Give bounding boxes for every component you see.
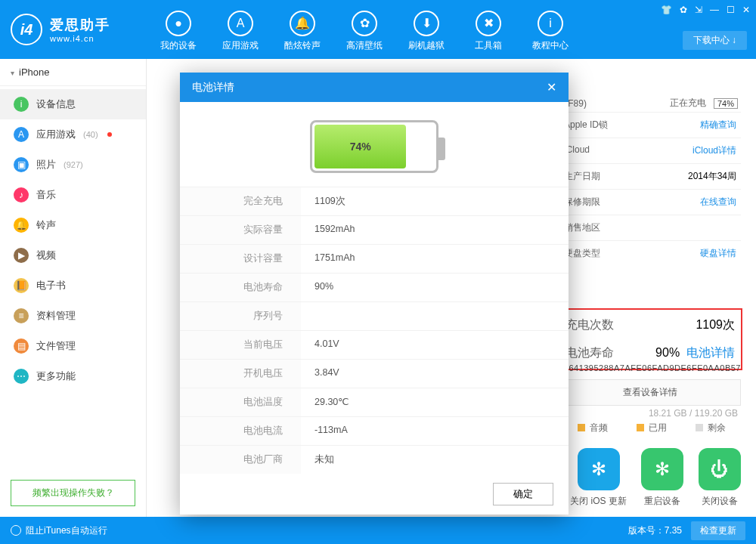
sidebar-icon-8: ▤ xyxy=(14,338,29,354)
resize-icon[interactable]: ⇲ xyxy=(695,5,702,15)
sidebar-icon-4: 🔔 xyxy=(14,218,29,233)
device-selector[interactable]: iPhone xyxy=(0,59,146,86)
help-link[interactable]: 频繁出现操作失败？ xyxy=(11,480,135,506)
action-6[interactable]: ⏻关闭设备 xyxy=(699,448,741,508)
modal-row-7: 电池温度 29.30℃ xyxy=(180,388,569,416)
sidebar-item-7[interactable]: ≡ 资料管理 xyxy=(0,301,146,331)
close-icon[interactable]: ✕ xyxy=(742,5,750,15)
info-row-0: Apple ID锁 精确查询 xyxy=(559,112,741,138)
modal-row-3: 电池寿命 90% xyxy=(180,273,569,301)
sidebar-item-6[interactable]: 📙 电子书 xyxy=(0,270,146,301)
app-header: i4 爱思助手 www.i4.cn ●我的设备A应用游戏🔔酷炫铃声✿高清壁纸⬇刷… xyxy=(0,0,756,59)
battery-highlight-box: 充电次数 1109次 电池寿命 90% 电池详情 xyxy=(558,308,742,370)
action-4[interactable]: ✻关闭 iOS 更新 xyxy=(570,448,627,508)
sidebar-item-9[interactable]: ⋯ 更多功能 xyxy=(0,361,146,391)
info-row-2: 生产日期 2014年34周 xyxy=(559,163,741,189)
circle-icon[interactable] xyxy=(11,525,21,536)
check-update-button[interactable]: 检查更新 xyxy=(691,521,745,540)
sidebar-item-2[interactable]: ▣ 照片 (927) xyxy=(0,150,146,180)
sidebar: iPhone i 设备信息 A 应用游戏 (40) ▣ 照片 (927) ♪ 音… xyxy=(0,59,147,517)
action-icon-6: ⏻ xyxy=(699,448,741,490)
nav-item-2[interactable]: 🔔酷炫铃声 xyxy=(278,8,327,52)
sidebar-item-4[interactable]: 🔔 铃声 xyxy=(0,210,146,240)
nav-item-0[interactable]: ●我的设备 xyxy=(154,8,203,52)
sidebar-item-1[interactable]: A 应用游戏 (40) xyxy=(0,119,146,150)
sidebar-icon-9: ⋯ xyxy=(14,369,29,384)
sidebar-item-8[interactable]: ▤ 文件管理 xyxy=(0,331,146,361)
version-value: 7.35 xyxy=(665,525,682,536)
device-info-table: Apple ID锁 精确查询 iCloud iCloud详情 生产日期 2014… xyxy=(559,112,741,266)
shirt-icon[interactable]: 👕 xyxy=(661,5,672,15)
serial-fragment: F89) xyxy=(568,98,587,109)
ok-button[interactable]: 确定 xyxy=(493,483,553,505)
nav-icon-2: 🔔 xyxy=(290,11,315,36)
modal-row-9: 电池厂商 未知 xyxy=(180,445,569,474)
battery-detail-modal: 电池详情 ✕ 74% 完全充电 1109次 实际容量 1592mAh 设计容量 … xyxy=(180,73,569,515)
info-row-4: 销售地区 xyxy=(559,215,741,240)
version-label: 版本号： xyxy=(628,525,665,536)
nav-icon-0: ● xyxy=(166,11,191,36)
modal-row-8: 电池电流 -113mA xyxy=(180,416,569,445)
nav-item-5[interactable]: ✖工具箱 xyxy=(464,8,513,52)
action-icon-5: ✻ xyxy=(641,448,683,490)
modal-close-icon[interactable]: ✕ xyxy=(547,80,556,94)
sidebar-item-5[interactable]: ▶ 视频 xyxy=(0,240,146,270)
nav-item-6[interactable]: i教程中心 xyxy=(526,8,575,52)
minimize-icon[interactable]: — xyxy=(710,5,719,15)
download-center-button[interactable]: 下载中心 ↓ xyxy=(683,31,747,50)
nav-icon-6: i xyxy=(538,11,563,36)
sidebar-item-3[interactable]: ♪ 音乐 xyxy=(0,180,146,210)
modal-row-6: 开机电压 3.84V xyxy=(180,359,569,388)
sidebar-icon-2: ▣ xyxy=(14,157,29,172)
battery-fill: 74% xyxy=(314,125,406,168)
sidebar-item-0[interactable]: i 设备信息 xyxy=(0,89,146,119)
itunes-block-label[interactable]: 阻止iTunes自动运行 xyxy=(26,524,107,537)
sidebar-icon-5: ▶ xyxy=(14,248,29,263)
modal-row-4: 序列号 xyxy=(180,301,569,330)
main-nav: ●我的设备A应用游戏🔔酷炫铃声✿高清壁纸⬇刷机越狱✖工具箱i教程中心 xyxy=(154,8,575,52)
modal-row-5: 当前电压 4.01V xyxy=(180,330,569,359)
legend-audio: 音频 xyxy=(578,422,608,434)
info-val-3[interactable]: 在线查询 xyxy=(700,196,736,209)
nav-icon-3: ✿ xyxy=(352,11,377,36)
battery-detail-link[interactable]: 电池详情 xyxy=(686,346,735,359)
action-5[interactable]: ✻重启设备 xyxy=(641,448,683,508)
modal-row-1: 实际容量 1592mAh xyxy=(180,215,569,244)
sidebar-icon-0: i xyxy=(14,97,29,112)
window-controls: 👕 ✿ ⇲ — ☐ ✕ xyxy=(661,5,750,15)
brand-url: www.i4.cn xyxy=(50,34,110,43)
info-val-1[interactable]: iCloud详情 xyxy=(692,144,736,157)
nav-icon-1: A xyxy=(228,11,253,36)
logo-icon: i4 xyxy=(11,14,42,45)
sidebar-icon-3: ♪ xyxy=(14,187,29,202)
nav-icon-4: ⬇ xyxy=(414,11,439,36)
view-device-details-button[interactable]: 查看设备详情 xyxy=(559,379,741,406)
nav-item-3[interactable]: ✿高清壁纸 xyxy=(340,8,389,52)
red-row-0: 充电次数 1109次 xyxy=(561,311,739,339)
legend-used: 已用 xyxy=(637,422,667,434)
charging-label: 正在充电 xyxy=(670,97,706,110)
info-row-3: 保修期限 在线查询 xyxy=(559,189,741,215)
info-val-5[interactable]: 硬盘详情 xyxy=(700,247,736,260)
modal-title: 电池详情 xyxy=(192,81,234,94)
gear-icon[interactable]: ✿ xyxy=(680,5,687,15)
nav-item-4[interactable]: ⬇刷机越狱 xyxy=(402,8,451,52)
nav-item-1[interactable]: A应用游戏 xyxy=(216,8,265,52)
storage-legend: 音频 已用 剩余 xyxy=(578,422,726,434)
sidebar-icon-1: A xyxy=(14,127,29,142)
action-icon-4: ✻ xyxy=(578,448,620,490)
storage-text: 18.21 GB / 119.20 GB xyxy=(649,408,738,419)
modal-row-2: 设计容量 1751mAh xyxy=(180,244,569,273)
update-dot xyxy=(107,132,112,137)
legend-free: 剩余 xyxy=(696,422,726,434)
nav-icon-5: ✖ xyxy=(476,11,501,36)
device-serial: F5641395288A7AFE06FAD9DE6FE0AA0B57 xyxy=(559,363,741,372)
sidebar-icon-6: 📙 xyxy=(14,278,29,293)
sidebar-icon-7: ≡ xyxy=(14,308,29,323)
status-bar: 阻止iTunes自动运行 版本号：7.35 检查更新 xyxy=(0,517,756,544)
battery-percent-badge: 74% xyxy=(714,98,738,109)
info-val-0[interactable]: 精确查询 xyxy=(700,119,736,131)
info-row-5: 硬盘类型 硬盘详情 xyxy=(559,240,741,266)
maximize-icon[interactable]: ☐ xyxy=(727,5,735,15)
modal-row-0: 完全充电 1109次 xyxy=(180,187,569,215)
